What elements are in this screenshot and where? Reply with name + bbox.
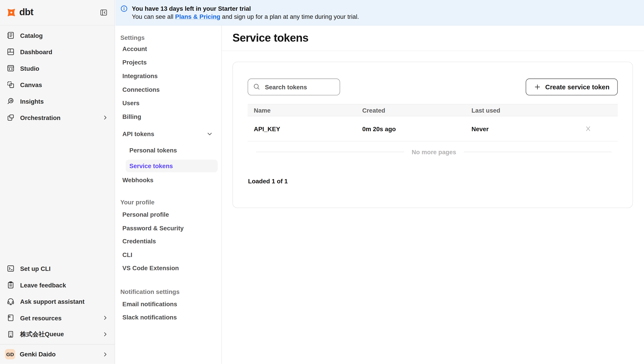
settings-item-email-notifications[interactable]: Email notifications xyxy=(116,297,222,311)
settings-item-service-tokens[interactable]: Service tokens xyxy=(126,160,218,172)
sidebar-item-label: Catalog xyxy=(20,32,43,39)
sidebar-item-label: Insights xyxy=(20,98,44,105)
table-row: API_KEY 0m 20s ago Never xyxy=(248,116,618,141)
settings-item-projects[interactable]: Projects xyxy=(116,56,222,69)
sidebar-item-label: Dashboard xyxy=(20,48,52,55)
sidebar-item-label: Studio xyxy=(20,65,39,72)
sidebar-item-label: Orchestration xyxy=(20,114,60,121)
token-name: API_KEY xyxy=(254,125,362,132)
page-title: Service tokens xyxy=(232,32,308,44)
sidebar-item-dashboard[interactable]: Dashboard xyxy=(0,44,114,60)
settings-item-connections[interactable]: Connections xyxy=(116,83,222,96)
info-icon xyxy=(120,5,128,25)
tokens-table: Name Created Last used API_KEY 0m 20s ag… xyxy=(248,104,618,162)
sidebar-item-label: Ask support assistant xyxy=(20,298,84,305)
sidebar-item-leave-feedback[interactable]: Leave feedback xyxy=(0,277,114,293)
sidebar-item-label: 株式会社Queue xyxy=(20,330,64,338)
plus-icon xyxy=(534,84,541,90)
pager-divider xyxy=(256,151,404,152)
plans-pricing-link[interactable]: Plans & Pricing xyxy=(175,13,220,20)
service-tokens-card: Create service token Name Created Last u… xyxy=(232,62,633,208)
token-created: 0m 20s ago xyxy=(362,125,472,132)
settings-item-api-tokens[interactable]: API tokens xyxy=(116,127,222,141)
canvas-icon xyxy=(6,81,15,89)
settings-item-credentials[interactable]: Credentials xyxy=(116,235,222,248)
orchestration-icon xyxy=(6,113,15,122)
column-header-last-used: Last used xyxy=(472,107,584,114)
dbt-logo-icon xyxy=(6,8,16,18)
sidebar-item-organization[interactable]: 株式会社Queue xyxy=(0,326,114,342)
app-window: dbt Catalog xyxy=(0,0,644,364)
search-input[interactable] xyxy=(248,79,340,95)
table-header-row: Name Created Last used xyxy=(248,104,618,116)
settings-item-slack-notifications[interactable]: Slack notifications xyxy=(116,311,222,324)
pager-divider xyxy=(464,151,612,152)
profile-section-title: Your profile xyxy=(116,198,222,206)
sidebar-item-canvas[interactable]: Canvas xyxy=(0,77,114,93)
settings-item-vscode-extension[interactable]: VS Code Extension xyxy=(116,261,222,275)
trial-banner-body: You can see all Plans & Pricing and sign… xyxy=(132,13,359,21)
sidebar-item-catalog[interactable]: Catalog xyxy=(0,27,114,43)
column-header-name: Name xyxy=(254,107,362,114)
terminal-icon xyxy=(6,265,15,273)
settings-item-users[interactable]: Users xyxy=(116,96,222,110)
chevron-right-icon xyxy=(102,351,108,357)
column-header-created: Created xyxy=(362,107,472,114)
insights-icon xyxy=(6,97,15,105)
settings-item-cli[interactable]: CLI xyxy=(116,248,222,261)
dashboard-icon xyxy=(6,48,15,56)
dbt-logo[interactable]: dbt xyxy=(6,8,33,18)
main-content: Service tokens Create service token xyxy=(222,26,644,364)
settings-item-integrations[interactable]: Integrations xyxy=(116,69,222,83)
settings-item-password-security[interactable]: Password & Security xyxy=(116,221,222,235)
settings-item-account[interactable]: Account xyxy=(116,42,222,56)
trial-banner-title: You have 13 days left in your Starter tr… xyxy=(132,5,359,13)
user-menu[interactable]: GD Genki Daido xyxy=(0,344,114,364)
trial-banner-text: You have 13 days left in your Starter tr… xyxy=(132,5,359,25)
settings-nav: Settings Account Projects Integrations C… xyxy=(116,26,222,364)
sidebar-item-label: Set up CLI xyxy=(20,265,50,272)
settings-item-webhooks[interactable]: Webhooks xyxy=(116,173,222,187)
sidebar-nav: Catalog Dashboard Studio xyxy=(0,26,114,126)
settings-nav-title: Settings xyxy=(116,34,222,42)
token-last-used: Never xyxy=(472,125,584,132)
sidebar-item-label: Canvas xyxy=(20,81,42,88)
settings-item-personal-profile[interactable]: Personal profile xyxy=(116,208,222,221)
sidebar-item-ask-support[interactable]: Ask support assistant xyxy=(0,293,114,310)
sidebar-item-label: Get resources xyxy=(20,314,62,321)
search-box xyxy=(248,79,340,95)
book-icon xyxy=(6,314,15,322)
sidebar-item-setup-cli[interactable]: Set up CLI xyxy=(0,260,114,277)
create-service-token-button[interactable]: Create service token xyxy=(526,79,618,95)
headset-icon xyxy=(6,297,15,306)
sidebar-item-insights[interactable]: Insights xyxy=(0,93,114,109)
notifications-section-title: Notification settings xyxy=(116,288,222,296)
chevron-down-icon xyxy=(206,130,213,137)
sidebar-item-get-resources[interactable]: Get resources xyxy=(0,310,114,326)
settings-item-billing[interactable]: Billing xyxy=(116,110,222,123)
studio-icon xyxy=(6,64,15,73)
chevron-right-icon xyxy=(102,114,108,121)
sidebar-item-orchestration[interactable]: Orchestration xyxy=(0,109,114,126)
trial-banner: You have 13 days left in your Starter tr… xyxy=(116,0,644,26)
card-toolbar: Create service token xyxy=(233,62,632,95)
chevron-right-icon xyxy=(102,331,108,337)
dbt-logo-wordmark: dbt xyxy=(19,8,33,18)
sidebar-header: dbt xyxy=(0,0,114,26)
user-name: Genki Daido xyxy=(20,351,56,358)
pagination-label: No more pages xyxy=(412,148,456,155)
settings-item-personal-tokens[interactable]: Personal tokens xyxy=(116,143,222,158)
sidebar-footer: Set up CLI Leave feedback Ask support as… xyxy=(0,260,114,342)
chevron-right-icon xyxy=(102,315,108,321)
page-header: Service tokens xyxy=(222,26,644,51)
building-icon xyxy=(6,330,15,338)
pagination: No more pages xyxy=(248,141,618,162)
sidebar: dbt Catalog xyxy=(0,0,115,364)
delete-token-icon[interactable] xyxy=(584,125,592,132)
loaded-count-label: Loaded 1 of 1 xyxy=(248,177,632,185)
catalog-icon xyxy=(6,31,15,40)
panel-collapse-icon[interactable] xyxy=(100,10,107,16)
feedback-icon xyxy=(6,281,15,289)
avatar: GD xyxy=(5,349,15,359)
sidebar-item-studio[interactable]: Studio xyxy=(0,60,114,76)
